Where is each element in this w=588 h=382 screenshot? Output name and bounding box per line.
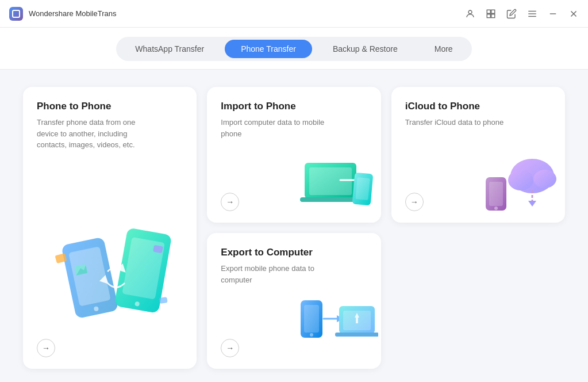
main-content: Phone to Phone Transfer phone data from … — [0, 70, 588, 382]
svg-rect-33 — [489, 182, 503, 206]
close-icon[interactable] — [568, 9, 579, 19]
edit-icon[interactable] — [506, 9, 517, 19]
svg-point-37 — [310, 333, 313, 337]
card-phone-to-phone-arrow[interactable]: → — [37, 339, 55, 357]
app-title: Wondershare MobileTrans — [29, 9, 116, 18]
nav-tabs: WhatsApp Transfer Phone Transfer Backup … — [116, 37, 471, 61]
card-import-desc: Import computer data to mobile phone — [221, 117, 324, 139]
title-bar: Wondershare MobileTrans — [0, 0, 588, 28]
card-export-title: Export to Computer — [221, 247, 367, 258]
svg-rect-1 — [487, 10, 490, 13]
menu-icon[interactable] — [527, 9, 537, 19]
svg-rect-3 — [487, 14, 490, 17]
tab-more[interactable]: More — [418, 40, 469, 58]
svg-rect-21 — [159, 297, 168, 304]
card-import-arrow[interactable]: → — [221, 193, 239, 211]
nav-bar: WhatsApp Transfer Phone Transfer Backup … — [0, 28, 588, 70]
card-icloud-arrow[interactable]: → — [405, 193, 424, 211]
card-phone-to-phone[interactable]: Phone to Phone Transfer phone data from … — [23, 87, 197, 369]
tab-phone[interactable]: Phone Transfer — [225, 40, 312, 58]
svg-rect-2 — [491, 10, 495, 13]
tab-whatsapp[interactable]: WhatsApp Transfer — [119, 40, 220, 58]
svg-marker-31 — [528, 201, 536, 207]
card-phone-to-phone-desc: Transfer phone data from one device to a… — [37, 117, 140, 151]
phone-to-phone-illustration — [53, 223, 179, 332]
icloud-illustration — [483, 147, 560, 213]
import-illustration — [299, 146, 376, 212]
title-bar-left: Wondershare MobileTrans — [9, 7, 116, 21]
title-bar-controls — [465, 9, 579, 19]
profile-icon[interactable] — [465, 9, 475, 19]
card-import-title: Import to Phone — [221, 101, 367, 112]
svg-rect-27 — [355, 177, 370, 200]
card-icloud-to-phone[interactable]: iCloud to Phone Transfer iCloud data to … — [391, 87, 565, 223]
svg-rect-24 — [300, 197, 361, 202]
svg-rect-43 — [356, 318, 358, 323]
svg-rect-41 — [335, 333, 378, 337]
svg-rect-36 — [304, 305, 319, 333]
tab-backup[interactable]: Backup & Restore — [317, 40, 414, 58]
svg-point-0 — [468, 10, 472, 14]
card-icloud-desc: Transfer iCloud data to phone — [405, 117, 509, 128]
svg-point-34 — [494, 207, 498, 210]
minimize-icon[interactable] — [548, 9, 558, 19]
svg-rect-23 — [309, 167, 352, 195]
card-export-arrow[interactable]: → — [221, 339, 239, 357]
svg-point-29 — [508, 170, 533, 190]
card-export-to-computer[interactable]: Export to Computer Export mobile phone d… — [207, 233, 381, 369]
card-phone-to-phone-title: Phone to Phone — [37, 101, 183, 112]
app-icon-inner — [12, 10, 20, 18]
svg-rect-4 — [491, 14, 495, 17]
svg-point-30 — [533, 170, 556, 188]
card-export-desc: Export mobile phone data to computer — [221, 263, 324, 285]
card-icloud-title: iCloud to Phone — [405, 101, 551, 112]
export-illustration — [298, 289, 378, 361]
card-import-to-phone[interactable]: Import to Phone Import computer data to … — [207, 87, 381, 223]
window-icon[interactable] — [486, 9, 496, 19]
app-icon — [9, 7, 23, 21]
